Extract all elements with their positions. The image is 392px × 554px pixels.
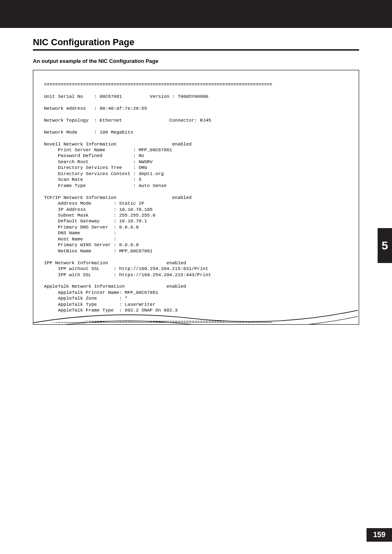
ipp-header: IPP Network Information enabled (44, 261, 186, 265)
novell-frame-type: Frame Type : Auto Sense (44, 183, 166, 188)
novell-search-root: Search Root : NWSRV (44, 159, 152, 164)
appletalk-header: AppleTalk Network Information enabled (44, 284, 186, 289)
tcpip-host-name: Host Name : (44, 237, 116, 242)
tcpip-addr-mode: Address Mode : Static IP (44, 201, 144, 206)
network-mode-line: Network Mode : 100 Megabits (44, 130, 133, 135)
novell-print-server: Print Server Name : MFP_00C67861 (44, 148, 172, 152)
network-address-line: Network Address : 00:40:af:7e:28:55 (44, 106, 147, 111)
page-subtitle: An output example of the NIC Configurati… (33, 58, 359, 64)
divider-top: ========================================… (44, 82, 272, 87)
tcpip-subnet: Subnet Mask : 255.255.255.0 (44, 213, 155, 218)
top-bar (0, 0, 392, 28)
tcpip-gateway: Default Gateway : 10.10.70.1 (44, 219, 147, 224)
network-topology-line: Network Topology : Ethernet Connector: R… (44, 118, 211, 123)
divider-bottom: ========================================… (44, 320, 272, 325)
appletalk-frame-type: AppleTalk Frame Type : 802.2 SNAP On 802… (44, 308, 178, 313)
report-text: ========================================… (44, 82, 350, 325)
novell-password: Password Defined : No (44, 153, 144, 158)
chapter-tab: 5 (378, 228, 392, 263)
tcpip-netbios: NetBios Name : MFP_00C67861 (44, 249, 152, 254)
page-number-tab: 159 (367, 528, 392, 542)
novell-dir-context: Directory Services Context : dept1.org (44, 171, 164, 176)
tcpip-dns: Primary DNS Server : 0.0.0.0 (44, 225, 139, 230)
content-area: NIC Configuration Page An output example… (0, 28, 392, 325)
novell-header: Novell Network Information enabled (44, 142, 191, 147)
novell-scan-rate: Scan Rate : 5 (44, 177, 141, 182)
ipp-ssl: IPP with SSL : https://169.254.204.215:4… (44, 272, 211, 277)
tcpip-wins: Primary WINS Server : 0.0.0.0 (44, 242, 139, 247)
chapter-number: 5 (382, 239, 388, 252)
title-underline (33, 49, 359, 51)
output-example-box: ========================================… (33, 70, 359, 325)
appletalk-zone: AppleTalk Zone : * (44, 296, 127, 301)
page-number: 159 (373, 531, 385, 539)
appletalk-type: AppleTalk Type : LaserWriter (44, 302, 155, 307)
tcpip-ip-addr: IP Address : 10.10.70.105 (44, 207, 152, 212)
unit-serial-line: Unit Serial No : 00C67861 Version : T000… (44, 94, 208, 99)
tcpip-header: TCP/IP Network Information enabled (44, 195, 191, 200)
page-title: NIC Configuration Page (33, 37, 359, 48)
ipp-no-ssl: IPP without SSL : http://169.254.204.215… (44, 266, 208, 271)
novell-dir-tree: Directory Services Tree : ORG (44, 165, 147, 170)
tcpip-dns-name: DNS Name : (44, 231, 116, 235)
appletalk-printer: AppleTalk Printer Name: MFP_00C67861 (44, 290, 158, 295)
